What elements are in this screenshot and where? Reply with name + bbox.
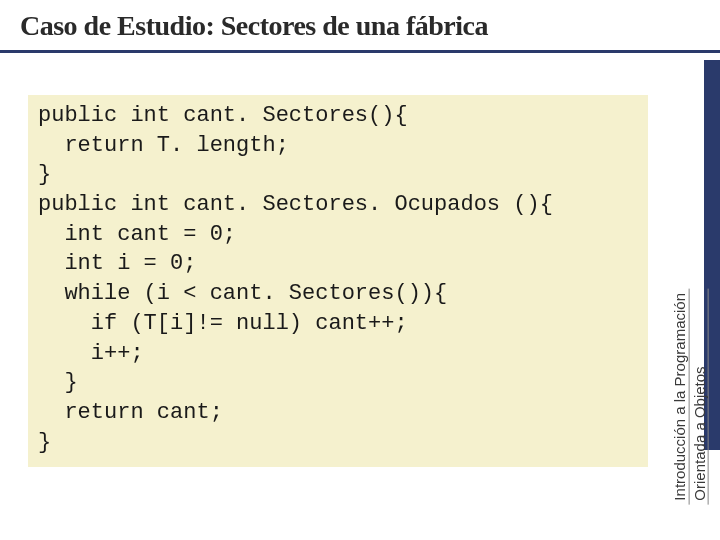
side-label-line2: Orientada a Objetos — [690, 289, 709, 505]
code-block: public int cant. Sectores(){ return T. l… — [28, 95, 648, 467]
title-area: Caso de Estudio: Sectores de una fábrica — [0, 0, 720, 53]
slide: Caso de Estudio: Sectores de una fábrica… — [0, 0, 720, 540]
side-label: Introducción a la Programación Orientada… — [671, 289, 709, 505]
side-label-line1: Introducción a la Programación — [671, 289, 690, 505]
slide-title: Caso de Estudio: Sectores de una fábrica — [20, 10, 700, 42]
